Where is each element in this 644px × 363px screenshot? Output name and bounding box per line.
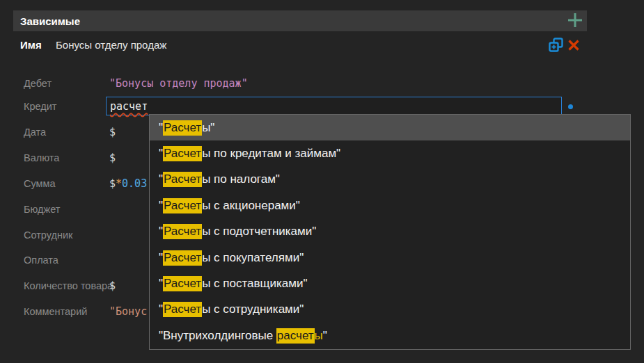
- match-highlight: Расчет: [163, 146, 202, 161]
- field-value[interactable]: $: [109, 278, 116, 293]
- item-text: ы": [202, 121, 214, 135]
- autocomplete-item[interactable]: "Расчеты с покупателями": [150, 245, 630, 271]
- field-value[interactable]: $: [109, 124, 116, 140]
- field-value[interactable]: $: [109, 150, 116, 166]
- autocomplete-item[interactable]: "Расчеты по налогам": [150, 167, 630, 193]
- autocomplete-item[interactable]: "Расчеты по кредитам и займам": [150, 140, 630, 166]
- modified-dot-indicator: [568, 104, 573, 109]
- item-text: ы с поставщиками": [202, 277, 307, 291]
- match-highlight: Расчет: [163, 276, 202, 291]
- item-text: ы с подотчетниками": [202, 225, 316, 239]
- field-value-segment: 0.03: [122, 177, 147, 190]
- field-label: Дата: [24, 124, 46, 140]
- field-label: Количество товара: [24, 278, 113, 293]
- field-value-segment: *: [116, 177, 122, 190]
- match-highlight: расчет: [276, 328, 315, 344]
- name-field-value[interactable]: Бонусы отделу продаж: [56, 39, 166, 51]
- field-value-segment: "Бонусы отделу продаж": [109, 77, 248, 90]
- plus-icon: [567, 12, 583, 31]
- duplicate-button[interactable]: [547, 37, 565, 55]
- autocomplete-item[interactable]: "Расчеты с сотрудниками": [150, 297, 630, 323]
- autocomplete-item[interactable]: "Расчеты с поставщиками": [150, 271, 630, 296]
- field-label: Бюджет: [24, 202, 60, 217]
- panel-header: Зависимые: [13, 10, 587, 31]
- item-text: ы по налогам": [202, 172, 280, 186]
- field-value-segment: $: [109, 177, 116, 190]
- match-highlight: Расчет: [163, 250, 202, 266]
- delete-button[interactable]: [566, 38, 581, 54]
- copy-plus-icon: [548, 45, 564, 55]
- match-highlight: Расчет: [163, 302, 202, 317]
- credit-input[interactable]: расчет: [106, 97, 562, 115]
- match-highlight: Расчет: [163, 198, 202, 213]
- match-highlight: Расчет: [163, 172, 202, 187]
- field-value[interactable]: "Бонусы отделу продаж": [109, 76, 248, 91]
- item-text: ": [323, 329, 327, 343]
- field-value-segment: $: [109, 280, 116, 292]
- add-button[interactable]: [566, 12, 584, 30]
- item-text: ы с сотрудниками": [202, 302, 304, 316]
- field-label: Сумма: [24, 176, 56, 191]
- field-label: Сотрудник: [24, 227, 72, 243]
- match-highlight: Расчет: [163, 120, 202, 136]
- field-value-segment: $: [109, 126, 116, 138]
- name-field-label: Имя: [20, 39, 42, 51]
- close-x-icon: [567, 43, 580, 54]
- autocomplete-item[interactable]: "Расчеты с акционерами": [150, 193, 630, 218]
- autocomplete-item[interactable]: "Внутрихолдинговые расчеты": [150, 323, 630, 348]
- item-text: ы с акционерами": [202, 199, 300, 213]
- item-text: ы по кредитам и займам": [202, 147, 340, 161]
- field-value[interactable]: $*0.03: [109, 176, 147, 191]
- field-label: Дебет: [24, 76, 52, 91]
- panel-title: Зависимые: [13, 15, 80, 27]
- match-highlight: Расчет: [163, 224, 202, 239]
- credit-input-text: расчет: [110, 100, 148, 113]
- field-label: Комментарий: [24, 304, 87, 319]
- field-label: Оплата: [24, 252, 58, 268]
- autocomplete-item[interactable]: "Расчеты с подотчетниками": [150, 219, 630, 245]
- field-label: Кредит: [24, 99, 56, 114]
- field-value[interactable]: "Бонус: [109, 304, 147, 319]
- field-row: Дебет"Бонусы отделу продаж": [0, 76, 644, 91]
- autocomplete-item[interactable]: "Расчеты": [150, 115, 630, 140]
- autocomplete-dropdown: "Расчеты""Расчеты по кредитам и займам""…: [149, 114, 631, 350]
- field-label: Валюта: [24, 150, 59, 166]
- item-text: "Внутрихолдинговые: [159, 329, 276, 343]
- item-text: ы с покупателями": [202, 251, 304, 265]
- field-value-segment: $: [109, 152, 116, 164]
- item-text: ы: [315, 329, 323, 343]
- field-value-segment: "Бонус: [109, 305, 147, 318]
